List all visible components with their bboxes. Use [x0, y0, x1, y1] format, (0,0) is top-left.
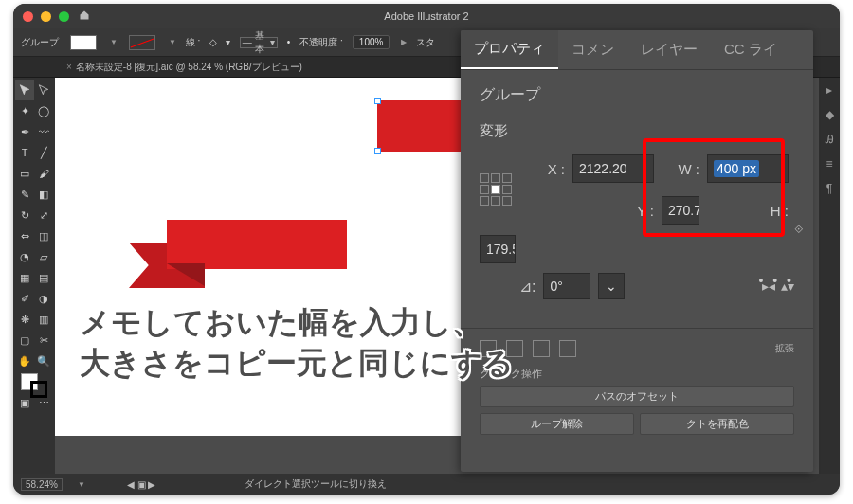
stroke-label: 線 : — [186, 36, 201, 49]
right-icon-column: ▸ ◆ Ꭿ ≡ ¶ — [819, 78, 840, 474]
align-left-icon[interactable] — [480, 340, 497, 357]
rectangle-tool[interactable]: ▭ — [15, 163, 34, 184]
zoom-window-button[interactable] — [59, 11, 69, 22]
eyedropper-tool[interactable]: ✐ — [15, 288, 34, 309]
app-window: Adobe Illustrator 2 グループ ▼ ▼ 線 : ◇ ▾ — 基… — [13, 4, 840, 495]
angle-input[interactable]: 0° — [543, 273, 590, 299]
object-type-label: グループ — [480, 85, 794, 105]
status-bar: 58.24% ▼ ◀ ▣ ▶ ダイレクト選択ツールに切り換え — [13, 474, 840, 495]
rotate-icon: ⊿: — [519, 278, 535, 296]
panel-tab-bar: プロパティ コメン レイヤー CC ライ — [461, 30, 813, 70]
title-bar: Adobe Illustrator 2 — [13, 4, 840, 28]
stroke-style-dropdown[interactable]: — 基本 ▾ — [240, 37, 278, 48]
lasso-tool[interactable]: ◯ — [34, 100, 53, 121]
stroke-weight-stepper[interactable]: ◇ ▾ — [209, 37, 229, 47]
line-tool[interactable]: ╱ — [34, 142, 53, 163]
panel-icon[interactable]: Ꭿ — [826, 133, 834, 146]
type-tool[interactable]: T — [15, 142, 34, 163]
x-label: X : — [523, 161, 565, 177]
slice-tool[interactable]: ✂ — [34, 330, 53, 351]
ungroup-button[interactable]: ループ解除 — [480, 413, 634, 435]
document-tab-label: 名称未設定-8 [復元].aic @ 58.24 % (RGB/プレビュー) — [76, 61, 302, 74]
window-controls — [23, 11, 69, 22]
graph-tool[interactable]: ▥ — [34, 309, 53, 330]
paintbrush-tool[interactable]: 🖌 — [34, 163, 53, 184]
fill-stroke-control[interactable] — [15, 371, 53, 402]
extended-label[interactable]: 拡張 — [775, 342, 794, 355]
offset-path-button[interactable]: パスのオフセット — [480, 386, 794, 407]
document-tab[interactable]: × 名称未設定-8 [復元].aic @ 58.24 % (RGB/プレビュー) — [61, 61, 302, 74]
width-tool[interactable]: ⇔ — [15, 225, 34, 246]
tab-cc-libraries[interactable]: CC ライ — [711, 30, 790, 69]
rotate-tool[interactable]: ↻ — [15, 205, 34, 225]
close-icon[interactable]: × — [66, 62, 72, 72]
chevron-down-icon[interactable]: ▼ — [169, 38, 176, 46]
more-options-button[interactable]: • • • — [759, 273, 794, 288]
opacity-input[interactable]: 100% — [353, 35, 390, 49]
status-hint: ダイレクト選択ツールに切り換え — [245, 477, 387, 491]
mesh-tool[interactable]: ▦ — [15, 267, 34, 288]
context-label: グループ — [21, 36, 59, 49]
artboard-tool[interactable]: ▢ — [15, 330, 34, 351]
minimize-window-button[interactable] — [41, 11, 51, 22]
chevron-down-icon[interactable]: ▼ — [110, 38, 118, 46]
shape-builder-tool[interactable]: ◔ — [15, 246, 34, 267]
panel-icon[interactable]: ▸ — [826, 83, 832, 97]
align-row: 拡張 — [480, 336, 794, 361]
panel-icon[interactable]: ≡ — [826, 157, 832, 171]
angle-dropdown[interactable]: ⌄ — [598, 273, 625, 299]
ribbon-shape[interactable] — [129, 220, 347, 288]
direct-selection-tool[interactable] — [34, 80, 53, 100]
quick-actions-label: クイック操作 — [480, 361, 794, 383]
reference-point-control[interactable] — [480, 173, 512, 206]
chevron-right-icon[interactable]: ▶ — [401, 38, 407, 46]
align-center-icon[interactable] — [506, 340, 523, 357]
stroke-swatch[interactable] — [129, 35, 155, 50]
zoom-level[interactable]: 58.24% — [21, 478, 63, 491]
panel-icon[interactable]: ◆ — [826, 108, 834, 121]
artboard — [55, 78, 493, 436]
recolor-button[interactable]: クトを再配色 — [640, 413, 794, 435]
magic-wand-tool[interactable]: ✦ — [15, 100, 34, 121]
shaper-tool[interactable]: ✎ — [15, 184, 34, 205]
symbol-sprayer-tool[interactable]: ❋ — [15, 309, 34, 330]
curvature-tool[interactable]: 〰 — [34, 121, 53, 142]
panel-icon[interactable]: ¶ — [826, 182, 832, 195]
tab-comment[interactable]: コメン — [558, 30, 627, 69]
selection-tool[interactable] — [15, 80, 34, 100]
scale-tool[interactable]: ⤢ — [34, 205, 53, 225]
pen-tool[interactable]: ✒ — [15, 121, 34, 142]
home-icon[interactable] — [79, 9, 90, 24]
tab-properties[interactable]: プロパティ — [461, 30, 558, 69]
chevron-down-icon[interactable]: ▼ — [78, 480, 85, 489]
wh-highlight-annotation — [643, 138, 785, 237]
perspective-tool[interactable]: ▱ — [34, 246, 53, 267]
zoom-tool[interactable]: 🔍 — [34, 351, 53, 371]
free-transform-tool[interactable]: ◫ — [34, 225, 53, 246]
align-right-icon[interactable] — [533, 340, 550, 357]
hand-tool[interactable]: ✋ — [15, 351, 34, 371]
gradient-tool[interactable]: ▤ — [34, 267, 53, 288]
tab-layers[interactable]: レイヤー — [627, 30, 711, 69]
close-window-button[interactable] — [23, 11, 33, 22]
app-title: Adobe Illustrator 2 — [384, 10, 468, 22]
h-input[interactable]: 179.506 — [480, 235, 516, 263]
stroke-box[interactable] — [30, 381, 47, 398]
toolbox: ✦ ◯ ✒ 〰 T ╱ ▭ 🖌 ✎ ◧ ↻ ⤢ ⇔ ◫ ◔ ▱ ▦ ▤ ✐ ◑ … — [13, 78, 55, 474]
blend-tool[interactable]: ◑ — [34, 288, 53, 309]
fill-swatch[interactable] — [70, 35, 97, 50]
link-constrain-icon[interactable]: ⟐ — [794, 220, 804, 237]
properties-panel: プロパティ コメン レイヤー CC ライ グループ 変形 X : 2122.20… — [461, 30, 813, 472]
style-label: スタ — [416, 36, 435, 49]
align-top-icon[interactable] — [559, 340, 576, 357]
eraser-tool[interactable]: ◧ — [34, 184, 53, 205]
opacity-label: 不透明度 : — [299, 36, 343, 49]
